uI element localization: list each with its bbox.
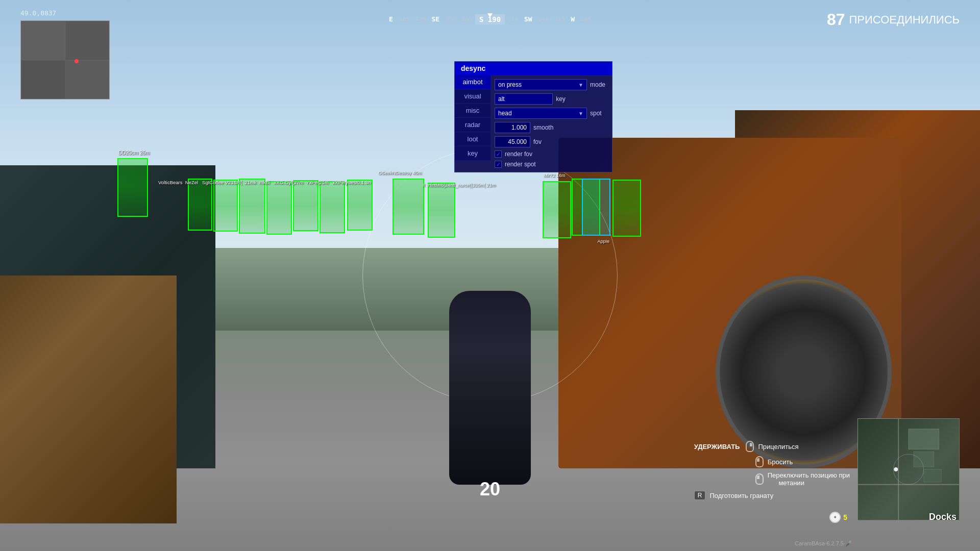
- enemy-box-5: [266, 181, 292, 235]
- compass: E 105 120 SE 150 165 S 190 210 SW 240 25…: [347, 10, 633, 28]
- enemy-box-10: [428, 183, 455, 238]
- player-count-label: ПРИСОЕДИНИЛИСЬ: [849, 13, 960, 27]
- render-spot-checkbox[interactable]: render spot: [495, 161, 608, 168]
- key-dropdown[interactable]: alt: [495, 93, 553, 105]
- coordinates-display: 49.0,0837: [20, 9, 56, 17]
- fov-label: fov: [533, 138, 551, 145]
- mode-label: mode: [590, 81, 608, 88]
- mouse-right-icon: [746, 441, 754, 452]
- tab-radar[interactable]: radar: [455, 118, 491, 132]
- enemy-box-8: [347, 180, 373, 231]
- enemy-box-3: [213, 180, 238, 232]
- minimap-crosshair: [75, 59, 79, 63]
- minimap-bottomright: Docks: [857, 418, 960, 520]
- minimap-map: Docks: [857, 418, 960, 520]
- svg-point-5: [894, 467, 898, 471]
- boost-number: 5: [843, 513, 847, 521]
- enemy-box-1: DD20cm 26m: [117, 158, 148, 217]
- compass-arrow: [487, 13, 493, 17]
- ammo-display: 20: [480, 479, 500, 500]
- minimap-topleft: [20, 20, 110, 99]
- fov-row: fov: [495, 136, 608, 147]
- tab-key[interactable]: key: [455, 146, 491, 161]
- key-label: key: [556, 95, 574, 103]
- render-spot-label: render spot: [505, 161, 536, 168]
- spot-dropdown[interactable]: head ▼: [495, 108, 587, 119]
- cheat-menu-content: on press ▼ mode alt key head ▼ spot: [491, 75, 612, 172]
- enemy-box-11: Mir72 16m: [543, 181, 571, 238]
- crate-left: [0, 276, 177, 523]
- cheat-menu-title: desync: [455, 62, 612, 75]
- health-icon: +: [829, 512, 841, 523]
- render-fov-checkbox[interactable]: render fov: [495, 151, 608, 158]
- spot-dropdown-arrow: ▼: [578, 111, 583, 116]
- enemy-labels-row: VolticBears NeZel SgtCoffee V21SR( 21mk …: [158, 180, 371, 185]
- player-character: [449, 291, 531, 485]
- key-row: alt key: [495, 93, 608, 105]
- minimap-location-label: Docks: [929, 512, 957, 520]
- key-r: R: [694, 491, 706, 500]
- enemy-box-13: AppIe: [582, 179, 610, 236]
- control-switch: Переключить позицию при метании: [694, 471, 850, 487]
- minimap-cell-1: [21, 21, 65, 60]
- minimap-svg: [858, 419, 959, 520]
- svg-rect-0: [909, 429, 939, 449]
- minimap-cell-2: [65, 21, 110, 60]
- mouse-left-icon-2: [755, 473, 764, 485]
- spot-label: spot: [590, 110, 608, 117]
- fov-input[interactable]: [495, 136, 530, 147]
- render-spot-checkbox-box[interactable]: [495, 161, 502, 168]
- mode-dropdown[interactable]: on press ▼: [495, 79, 587, 90]
- smooth-input[interactable]: [495, 122, 530, 133]
- spot-row: head ▼ spot: [495, 108, 608, 119]
- enemy-box-6: [293, 180, 318, 231]
- version-text: CaramBAsa·6.2.7.5·🎤: [795, 540, 852, 547]
- tab-visual[interactable]: visual: [455, 89, 491, 104]
- enemy-labels-row2: II HintMI6(24nft_nurce((315m( 21m: [400, 183, 496, 188]
- smooth-row: smooth: [495, 122, 608, 133]
- enemy-box-14: [612, 180, 641, 237]
- render-fov-checkbox-box[interactable]: [495, 151, 502, 158]
- status-bars: + 5: [829, 512, 847, 523]
- smooth-label: smooth: [533, 124, 553, 131]
- cheat-menu: desync aimbot visual misc radar loot key…: [454, 61, 612, 172]
- cheat-menu-body: aimbot visual misc radar loot key on pre…: [455, 75, 612, 172]
- enemy-box-2: [188, 179, 212, 231]
- render-fov-label: render fov: [505, 151, 532, 158]
- svg-rect-2: [924, 469, 942, 482]
- control-throw: Бросить: [694, 456, 850, 467]
- control-grenade: R Подготовить гранату: [694, 491, 850, 500]
- mode-row: on press ▼ mode: [495, 79, 608, 90]
- player-count-display: 87 ПРИСОЕДИНИЛИСЬ: [827, 10, 960, 29]
- tab-aimbot[interactable]: aimbot: [455, 75, 491, 89]
- svg-rect-1: [914, 452, 934, 467]
- minimap-cell-3: [21, 60, 65, 99]
- mode-dropdown-arrow: ▼: [578, 82, 583, 88]
- control-aim: УДЕРЖИВАТЬ Прицелиться: [694, 441, 850, 452]
- player-count-number: 87: [827, 10, 845, 29]
- enemy-box-7: [320, 181, 345, 233]
- enemy-box-4: [239, 179, 265, 234]
- controls-display: УДЕРЖИВАТЬ Прицелиться Бросить Переключи…: [694, 441, 850, 500]
- cheat-menu-tabs: aimbot visual misc radar loot key: [455, 75, 491, 172]
- tab-loot[interactable]: loot: [455, 132, 491, 146]
- mouse-left-icon-1: [755, 456, 764, 467]
- tab-misc[interactable]: misc: [455, 104, 491, 118]
- minimap-cell-4: [65, 60, 110, 99]
